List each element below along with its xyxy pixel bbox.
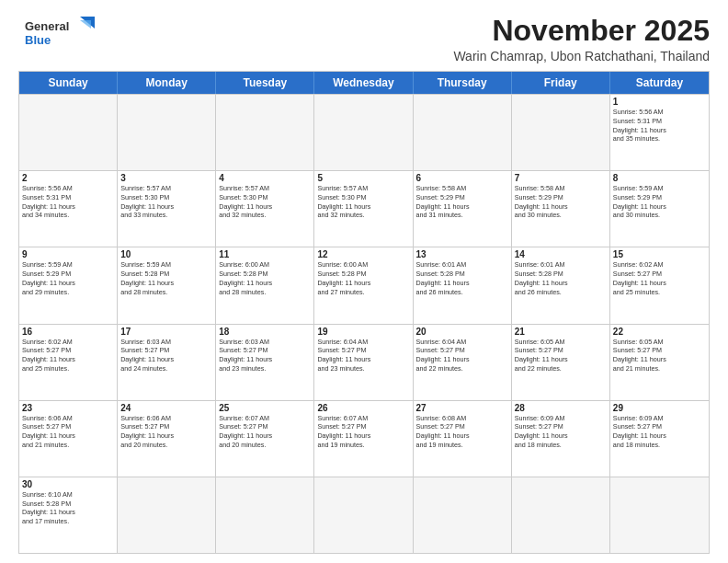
calendar-cell: 18Sunrise: 6:03 AM Sunset: 5:27 PM Dayli… xyxy=(216,325,314,400)
cell-sun-info: Sunrise: 6:06 AM Sunset: 5:27 PM Dayligh… xyxy=(22,414,114,450)
calendar-header: SundayMondayTuesdayWednesdayThursdayFrid… xyxy=(19,72,709,94)
cell-sun-info: Sunrise: 5:56 AM Sunset: 5:31 PM Dayligh… xyxy=(22,184,114,220)
calendar-cell: 7Sunrise: 5:58 AM Sunset: 5:29 PM Daylig… xyxy=(512,171,610,247)
calendar-cell: 6Sunrise: 5:58 AM Sunset: 5:29 PM Daylig… xyxy=(414,171,512,247)
calendar-cell: 4Sunrise: 5:57 AM Sunset: 5:30 PM Daylig… xyxy=(216,171,314,247)
day-number: 8 xyxy=(613,173,706,183)
calendar-cell xyxy=(610,477,709,553)
day-number: 26 xyxy=(317,403,409,413)
cell-sun-info: Sunrise: 6:10 AM Sunset: 5:28 PM Dayligh… xyxy=(22,490,114,526)
calendar-cell: 28Sunrise: 6:09 AM Sunset: 5:27 PM Dayli… xyxy=(512,401,610,477)
day-number: 10 xyxy=(120,249,212,259)
calendar-cell xyxy=(414,95,512,170)
day-number: 18 xyxy=(219,327,311,337)
calendar-cell: 22Sunrise: 6:05 AM Sunset: 5:27 PM Dayli… xyxy=(610,325,709,400)
calendar-cell xyxy=(216,95,314,170)
calendar-row: 2Sunrise: 5:56 AM Sunset: 5:31 PM Daylig… xyxy=(19,170,709,247)
calendar-cell: 10Sunrise: 5:59 AM Sunset: 5:28 PM Dayli… xyxy=(118,247,216,323)
cell-sun-info: Sunrise: 6:01 AM Sunset: 5:28 PM Dayligh… xyxy=(515,260,607,296)
svg-text:Blue: Blue xyxy=(25,33,51,47)
cell-sun-info: Sunrise: 5:57 AM Sunset: 5:30 PM Dayligh… xyxy=(219,184,311,220)
cell-sun-info: Sunrise: 6:01 AM Sunset: 5:28 PM Dayligh… xyxy=(416,260,508,296)
calendar-cell: 29Sunrise: 6:09 AM Sunset: 5:27 PM Dayli… xyxy=(610,401,709,477)
cell-sun-info: Sunrise: 6:09 AM Sunset: 5:27 PM Dayligh… xyxy=(515,414,607,450)
calendar-cell: 14Sunrise: 6:01 AM Sunset: 5:28 PM Dayli… xyxy=(512,247,610,323)
cell-sun-info: Sunrise: 5:57 AM Sunset: 5:30 PM Dayligh… xyxy=(317,184,409,220)
cell-sun-info: Sunrise: 6:09 AM Sunset: 5:27 PM Dayligh… xyxy=(613,414,706,450)
calendar-body: 1Sunrise: 5:56 AM Sunset: 5:31 PM Daylig… xyxy=(19,94,709,553)
calendar-cell: 3Sunrise: 5:57 AM Sunset: 5:30 PM Daylig… xyxy=(118,171,216,247)
calendar-cell: 19Sunrise: 6:04 AM Sunset: 5:27 PM Dayli… xyxy=(314,325,413,400)
day-number: 25 xyxy=(219,403,311,413)
day-number: 15 xyxy=(613,249,706,259)
calendar-cell: 25Sunrise: 6:07 AM Sunset: 5:27 PM Dayli… xyxy=(216,401,314,477)
calendar-cell: 8Sunrise: 5:59 AM Sunset: 5:29 PM Daylig… xyxy=(610,171,709,247)
calendar-cell: 23Sunrise: 6:06 AM Sunset: 5:27 PM Dayli… xyxy=(19,401,118,477)
cell-sun-info: Sunrise: 5:57 AM Sunset: 5:30 PM Dayligh… xyxy=(120,184,212,220)
calendar-cell: 30Sunrise: 6:10 AM Sunset: 5:28 PM Dayli… xyxy=(19,477,118,553)
cell-sun-info: Sunrise: 6:00 AM Sunset: 5:28 PM Dayligh… xyxy=(219,260,311,296)
calendar-cell: 15Sunrise: 6:02 AM Sunset: 5:27 PM Dayli… xyxy=(610,247,709,323)
day-number: 12 xyxy=(317,249,409,259)
title-area: November 2025 Warin Chamrap, Ubon Ratcha… xyxy=(101,15,710,63)
day-number: 19 xyxy=(317,327,409,337)
calendar-cell: 24Sunrise: 6:06 AM Sunset: 5:27 PM Dayli… xyxy=(118,401,216,477)
cell-sun-info: Sunrise: 6:07 AM Sunset: 5:27 PM Dayligh… xyxy=(219,414,311,450)
logo-svg: General Blue xyxy=(23,15,97,56)
calendar-cell xyxy=(414,477,512,553)
cell-sun-info: Sunrise: 5:59 AM Sunset: 5:29 PM Dayligh… xyxy=(22,260,114,296)
calendar-cell xyxy=(314,95,413,170)
cell-sun-info: Sunrise: 6:03 AM Sunset: 5:27 PM Dayligh… xyxy=(219,338,311,373)
day-number: 11 xyxy=(219,249,311,259)
calendar-cell: 12Sunrise: 6:00 AM Sunset: 5:28 PM Dayli… xyxy=(314,247,413,323)
calendar-cell xyxy=(118,95,216,170)
day-number: 17 xyxy=(120,327,212,337)
day-number: 16 xyxy=(22,327,114,337)
calendar-cell: 21Sunrise: 6:05 AM Sunset: 5:27 PM Dayli… xyxy=(512,325,610,400)
calendar-cell: 2Sunrise: 5:56 AM Sunset: 5:31 PM Daylig… xyxy=(19,171,118,247)
day-number: 6 xyxy=(416,173,508,183)
day-number: 1 xyxy=(613,97,706,107)
cell-sun-info: Sunrise: 6:02 AM Sunset: 5:27 PM Dayligh… xyxy=(613,260,706,296)
main-title: November 2025 xyxy=(101,15,710,47)
day-number: 13 xyxy=(416,249,508,259)
subtitle: Warin Chamrap, Ubon Ratchathani, Thailan… xyxy=(101,49,710,63)
cell-sun-info: Sunrise: 6:06 AM Sunset: 5:27 PM Dayligh… xyxy=(120,414,212,450)
cell-sun-info: Sunrise: 5:59 AM Sunset: 5:28 PM Dayligh… xyxy=(120,260,212,296)
logo: General Blue xyxy=(18,15,101,56)
calendar-row: 16Sunrise: 6:02 AM Sunset: 5:27 PM Dayli… xyxy=(19,324,709,400)
weekday-header: Thursday xyxy=(414,72,512,94)
calendar-cell: 5Sunrise: 5:57 AM Sunset: 5:30 PM Daylig… xyxy=(314,171,413,247)
day-number: 24 xyxy=(120,403,212,413)
day-number: 3 xyxy=(120,173,212,183)
calendar-cell: 1Sunrise: 5:56 AM Sunset: 5:31 PM Daylig… xyxy=(610,95,709,170)
cell-sun-info: Sunrise: 6:05 AM Sunset: 5:27 PM Dayligh… xyxy=(515,338,607,373)
calendar-cell: 26Sunrise: 6:07 AM Sunset: 5:27 PM Dayli… xyxy=(314,401,413,477)
calendar-cell: 16Sunrise: 6:02 AM Sunset: 5:27 PM Dayli… xyxy=(19,325,118,400)
calendar-row: 23Sunrise: 6:06 AM Sunset: 5:27 PM Dayli… xyxy=(19,400,709,477)
day-number: 9 xyxy=(22,249,114,259)
calendar: SundayMondayTuesdayWednesdayThursdayFrid… xyxy=(18,71,710,554)
day-number: 29 xyxy=(613,403,706,413)
cell-sun-info: Sunrise: 6:08 AM Sunset: 5:27 PM Dayligh… xyxy=(416,414,508,450)
calendar-cell xyxy=(512,95,610,170)
calendar-cell: 20Sunrise: 6:04 AM Sunset: 5:27 PM Dayli… xyxy=(414,325,512,400)
weekday-header: Monday xyxy=(118,72,216,94)
day-number: 4 xyxy=(219,173,311,183)
cell-sun-info: Sunrise: 6:05 AM Sunset: 5:27 PM Dayligh… xyxy=(613,338,706,373)
cell-sun-info: Sunrise: 6:02 AM Sunset: 5:27 PM Dayligh… xyxy=(22,338,114,373)
day-number: 30 xyxy=(22,479,114,489)
day-number: 2 xyxy=(22,173,114,183)
day-number: 28 xyxy=(515,403,607,413)
day-number: 14 xyxy=(515,249,607,259)
cell-sun-info: Sunrise: 5:59 AM Sunset: 5:29 PM Dayligh… xyxy=(613,184,706,220)
cell-sun-info: Sunrise: 5:56 AM Sunset: 5:31 PM Dayligh… xyxy=(613,108,706,144)
calendar-cell xyxy=(19,95,118,170)
page: General Blue November 2025 Warin Chamrap… xyxy=(0,0,728,563)
calendar-cell xyxy=(314,477,413,553)
day-number: 21 xyxy=(515,327,607,337)
header: General Blue November 2025 Warin Chamrap… xyxy=(18,15,710,63)
calendar-row: 9Sunrise: 5:59 AM Sunset: 5:29 PM Daylig… xyxy=(19,247,709,323)
weekday-header: Wednesday xyxy=(314,72,413,94)
day-number: 20 xyxy=(416,327,508,337)
